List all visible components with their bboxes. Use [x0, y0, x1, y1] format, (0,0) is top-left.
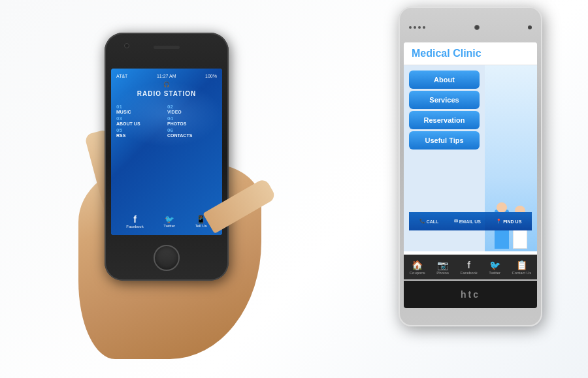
htc-device: Medical Clinic About Services Reservatio… [399, 7, 542, 326]
speaker-dot [418, 26, 421, 29]
facebook-label: Facebook [460, 271, 477, 275]
iphone-status-bar: AT&T 11:27 AM 100% [114, 71, 220, 80]
iphone-carrier: AT&T [116, 74, 127, 78]
iphone-battery: 100% [205, 74, 217, 78]
twitter-label: Twitter [489, 271, 500, 275]
iphone-camera [124, 43, 129, 48]
twitter-tab[interactable]: 🐦 Twitter [489, 260, 500, 275]
facebook-icon: f [133, 214, 137, 225]
htc-top-area [404, 13, 537, 42]
findus-label: FIND US [503, 219, 521, 224]
services-button[interactable]: Services [409, 91, 480, 109]
twitter-icon: 🐦 [489, 260, 500, 270]
htc-app-title: Medical Clinic [412, 48, 529, 59]
photos-label: Photos [436, 271, 449, 275]
htc-menu-panel: About Services Reservation Useful Tips [404, 65, 485, 251]
iphone-time: 11:27 AM [157, 74, 176, 78]
coupons-tab[interactable]: 🏠 Coupons [410, 260, 425, 275]
htc-brand-label: htc [461, 289, 480, 300]
facebook-tab[interactable]: f Facebook [460, 260, 477, 275]
doctor-head-1 [497, 202, 507, 213]
iphone-screen: AT&T 11:27 AM 100% 🎧 RADIO STATION 01 MU… [111, 69, 222, 235]
about-button[interactable]: About [409, 71, 480, 89]
iphone-screen-inner: AT&T 11:27 AM 100% 🎧 RADIO STATION 01 MU… [111, 69, 222, 235]
findus-button[interactable]: 📍 FIND US [496, 219, 521, 224]
iphone-device: AT&T 11:27 AM 100% 🎧 RADIO STATION 01 MU… [105, 33, 229, 281]
htc-sensor [528, 25, 532, 29]
hand-iphone-group: AT&T 11:27 AM 100% 🎧 RADIO STATION 01 MU… [65, 20, 287, 359]
tellus-label: Tell Us [195, 224, 207, 228]
iphone-bg-decor [111, 82, 222, 147]
contactus-label: Contact Us [512, 271, 532, 275]
htc-app-header: Medical Clinic [404, 42, 537, 65]
speaker-dot [409, 26, 412, 29]
scene: AT&T 11:27 AM 100% 🎧 RADIO STATION 01 MU… [0, 0, 588, 378]
photos-tab[interactable]: 📷 Photos [436, 260, 449, 275]
useful-tips-button[interactable]: Useful Tips [409, 131, 480, 150]
coupons-icon: 🏠 [412, 260, 423, 270]
htc-screen-inner: Medical Clinic About Services Reservatio… [404, 42, 537, 258]
htc-screen: Medical Clinic About Services Reservatio… [404, 42, 537, 258]
location-icon: 📍 [496, 219, 502, 224]
reservation-button[interactable]: Reservation [409, 111, 480, 129]
facebook-label: Facebook [126, 225, 143, 228]
iphone-home-button[interactable] [154, 245, 180, 271]
photos-icon: 📷 [437, 260, 448, 270]
coupons-label: Coupons [410, 271, 425, 275]
htc-front-camera [474, 25, 480, 30]
speaker-dot [423, 26, 425, 29]
iphone-speaker [154, 46, 180, 49]
iphone-twitter-btn[interactable]: 🐦 Twitter [163, 215, 175, 228]
twitter-label: Twitter [163, 224, 175, 228]
facebook-icon: f [467, 260, 470, 270]
contactus-tab[interactable]: 📋 Contact Us [512, 260, 532, 275]
htc-speaker [409, 26, 425, 29]
htc-footer: htc [404, 281, 537, 308]
contact-icon: 📋 [516, 260, 527, 270]
htc-title-rest: edical Clinic [420, 48, 481, 59]
iphone-facebook-btn[interactable]: f Facebook [126, 214, 143, 228]
htc-title-m: M [412, 48, 420, 59]
htc-tab-bar: 🏠 Coupons 📷 Photos f Facebook 🐦 Twitter … [404, 255, 537, 279]
speaker-dot [414, 26, 416, 29]
twitter-icon: 🐦 [165, 215, 174, 224]
